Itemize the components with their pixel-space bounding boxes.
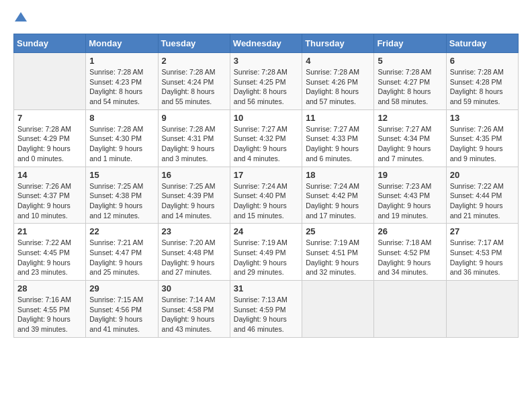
day-number: 10	[234, 113, 298, 123]
calendar-day-cell: 28Sunrise: 7:16 AM Sunset: 4:55 PM Dayli…	[14, 281, 86, 338]
day-number: 30	[162, 283, 226, 293]
calendar-day-cell: 9Sunrise: 7:28 AM Sunset: 4:31 PM Daylig…	[158, 109, 230, 167]
calendar-day-cell: 22Sunrise: 7:21 AM Sunset: 4:47 PM Dayli…	[86, 224, 158, 281]
day-info: Sunrise: 7:19 AM Sunset: 4:51 PM Dayligh…	[306, 238, 370, 277]
calendar-day-cell	[302, 281, 374, 338]
calendar-day-cell	[374, 281, 446, 338]
calendar-day-cell: 12Sunrise: 7:27 AM Sunset: 4:34 PM Dayli…	[374, 109, 446, 167]
calendar-day-cell: 29Sunrise: 7:15 AM Sunset: 4:56 PM Dayli…	[86, 281, 158, 338]
calendar-day-cell: 3Sunrise: 7:28 AM Sunset: 4:25 PM Daylig…	[230, 53, 302, 110]
logo	[13, 13, 27, 23]
day-info: Sunrise: 7:28 AM Sunset: 4:25 PM Dayligh…	[234, 67, 298, 107]
day-of-week-header: Wednesday	[230, 34, 302, 53]
day-info: Sunrise: 7:27 AM Sunset: 4:33 PM Dayligh…	[306, 124, 370, 164]
day-number: 16	[162, 170, 226, 180]
day-number: 21	[17, 226, 82, 236]
calendar-day-cell: 30Sunrise: 7:14 AM Sunset: 4:58 PM Dayli…	[158, 281, 230, 338]
day-of-week-header: Monday	[86, 34, 158, 53]
calendar-week-row: 7Sunrise: 7:28 AM Sunset: 4:29 PM Daylig…	[14, 109, 519, 167]
calendar-day-cell: 19Sunrise: 7:23 AM Sunset: 4:43 PM Dayli…	[374, 167, 446, 224]
day-info: Sunrise: 7:21 AM Sunset: 4:47 PM Dayligh…	[89, 238, 154, 277]
day-number: 15	[89, 170, 154, 180]
calendar-day-cell: 5Sunrise: 7:28 AM Sunset: 4:27 PM Daylig…	[374, 53, 446, 110]
calendar-day-cell: 2Sunrise: 7:28 AM Sunset: 4:24 PM Daylig…	[158, 53, 230, 110]
day-info: Sunrise: 7:18 AM Sunset: 4:52 PM Dayligh…	[378, 238, 442, 277]
day-of-week-header: Thursday	[302, 34, 374, 53]
day-number: 23	[162, 226, 226, 236]
day-number: 17	[234, 170, 298, 180]
calendar-day-cell: 8Sunrise: 7:28 AM Sunset: 4:30 PM Daylig…	[86, 109, 158, 167]
calendar-day-cell: 6Sunrise: 7:28 AM Sunset: 4:28 PM Daylig…	[446, 53, 518, 110]
calendar-day-cell: 31Sunrise: 7:13 AM Sunset: 4:59 PM Dayli…	[230, 281, 302, 338]
day-info: Sunrise: 7:14 AM Sunset: 4:58 PM Dayligh…	[162, 295, 226, 334]
day-number: 12	[378, 113, 442, 123]
calendar-week-row: 21Sunrise: 7:22 AM Sunset: 4:45 PM Dayli…	[14, 224, 519, 281]
day-info: Sunrise: 7:28 AM Sunset: 4:23 PM Dayligh…	[89, 67, 154, 107]
day-info: Sunrise: 7:24 AM Sunset: 4:42 PM Dayligh…	[306, 181, 370, 221]
calendar-day-cell: 15Sunrise: 7:25 AM Sunset: 4:38 PM Dayli…	[86, 167, 158, 224]
day-number: 25	[306, 226, 370, 236]
day-info: Sunrise: 7:22 AM Sunset: 4:45 PM Dayligh…	[17, 238, 82, 277]
calendar-day-cell: 20Sunrise: 7:22 AM Sunset: 4:44 PM Dayli…	[446, 167, 518, 224]
day-number: 2	[162, 56, 226, 66]
calendar-day-cell: 23Sunrise: 7:20 AM Sunset: 4:48 PM Dayli…	[158, 224, 230, 281]
day-of-week-header: Tuesday	[158, 34, 230, 53]
day-info: Sunrise: 7:27 AM Sunset: 4:34 PM Dayligh…	[378, 124, 442, 164]
day-info: Sunrise: 7:28 AM Sunset: 4:24 PM Dayligh…	[162, 67, 226, 107]
day-info: Sunrise: 7:16 AM Sunset: 4:55 PM Dayligh…	[17, 295, 82, 334]
day-info: Sunrise: 7:27 AM Sunset: 4:32 PM Dayligh…	[234, 124, 298, 164]
calendar-day-cell: 4Sunrise: 7:28 AM Sunset: 4:26 PM Daylig…	[302, 53, 374, 110]
day-info: Sunrise: 7:23 AM Sunset: 4:43 PM Dayligh…	[378, 181, 442, 221]
day-info: Sunrise: 7:19 AM Sunset: 4:49 PM Dayligh…	[234, 238, 298, 277]
day-number: 29	[89, 283, 154, 293]
calendar-day-cell: 24Sunrise: 7:19 AM Sunset: 4:49 PM Dayli…	[230, 224, 302, 281]
day-number: 3	[234, 56, 298, 66]
day-number: 20	[450, 170, 515, 180]
day-number: 8	[89, 113, 154, 123]
day-number: 28	[17, 283, 82, 293]
calendar-day-cell: 27Sunrise: 7:17 AM Sunset: 4:53 PM Dayli…	[446, 224, 518, 281]
calendar-day-cell: 14Sunrise: 7:26 AM Sunset: 4:37 PM Dayli…	[14, 167, 86, 224]
day-info: Sunrise: 7:25 AM Sunset: 4:38 PM Dayligh…	[89, 181, 154, 221]
day-number: 7	[17, 113, 82, 123]
day-number: 6	[450, 56, 515, 66]
day-number: 27	[450, 226, 515, 236]
day-number: 19	[378, 170, 442, 180]
calendar-day-cell: 21Sunrise: 7:22 AM Sunset: 4:45 PM Dayli…	[14, 224, 86, 281]
calendar-week-row: 14Sunrise: 7:26 AM Sunset: 4:37 PM Dayli…	[14, 167, 519, 224]
day-of-week-header: Sunday	[14, 34, 86, 53]
day-info: Sunrise: 7:17 AM Sunset: 4:53 PM Dayligh…	[450, 238, 515, 277]
calendar-day-cell: 11Sunrise: 7:27 AM Sunset: 4:33 PM Dayli…	[302, 109, 374, 167]
day-of-week-header: Saturday	[446, 34, 518, 53]
calendar-week-row: 1Sunrise: 7:28 AM Sunset: 4:23 PM Daylig…	[14, 53, 519, 110]
day-info: Sunrise: 7:22 AM Sunset: 4:44 PM Dayligh…	[450, 181, 515, 221]
day-of-week-header: Friday	[374, 34, 446, 53]
calendar-day-cell: 18Sunrise: 7:24 AM Sunset: 4:42 PM Dayli…	[302, 167, 374, 224]
calendar-day-cell: 17Sunrise: 7:24 AM Sunset: 4:40 PM Dayli…	[230, 167, 302, 224]
day-number: 26	[378, 226, 442, 236]
day-number: 9	[162, 113, 226, 123]
calendar-day-cell	[14, 53, 86, 110]
day-number: 18	[306, 170, 370, 180]
day-number: 1	[89, 56, 154, 66]
svg-marker-0	[15, 12, 27, 21]
day-info: Sunrise: 7:20 AM Sunset: 4:48 PM Dayligh…	[162, 238, 226, 277]
calendar-header-row: SundayMondayTuesdayWednesdayThursdayFrid…	[14, 34, 519, 53]
calendar-day-cell: 16Sunrise: 7:25 AM Sunset: 4:39 PM Dayli…	[158, 167, 230, 224]
day-info: Sunrise: 7:15 AM Sunset: 4:56 PM Dayligh…	[89, 295, 154, 334]
calendar-week-row: 28Sunrise: 7:16 AM Sunset: 4:55 PM Dayli…	[14, 281, 519, 338]
day-info: Sunrise: 7:28 AM Sunset: 4:31 PM Dayligh…	[162, 124, 226, 164]
day-number: 14	[17, 170, 82, 180]
day-number: 4	[306, 56, 370, 66]
day-info: Sunrise: 7:26 AM Sunset: 4:35 PM Dayligh…	[450, 124, 515, 164]
calendar-day-cell: 7Sunrise: 7:28 AM Sunset: 4:29 PM Daylig…	[14, 109, 86, 167]
calendar-day-cell	[446, 281, 518, 338]
day-info: Sunrise: 7:13 AM Sunset: 4:59 PM Dayligh…	[234, 295, 298, 334]
day-number: 31	[234, 283, 298, 293]
day-info: Sunrise: 7:28 AM Sunset: 4:26 PM Dayligh…	[306, 67, 370, 107]
day-number: 22	[89, 226, 154, 236]
day-info: Sunrise: 7:25 AM Sunset: 4:39 PM Dayligh…	[162, 181, 226, 221]
day-number: 5	[378, 56, 442, 66]
day-info: Sunrise: 7:28 AM Sunset: 4:30 PM Dayligh…	[89, 124, 154, 164]
day-number: 13	[450, 113, 515, 123]
